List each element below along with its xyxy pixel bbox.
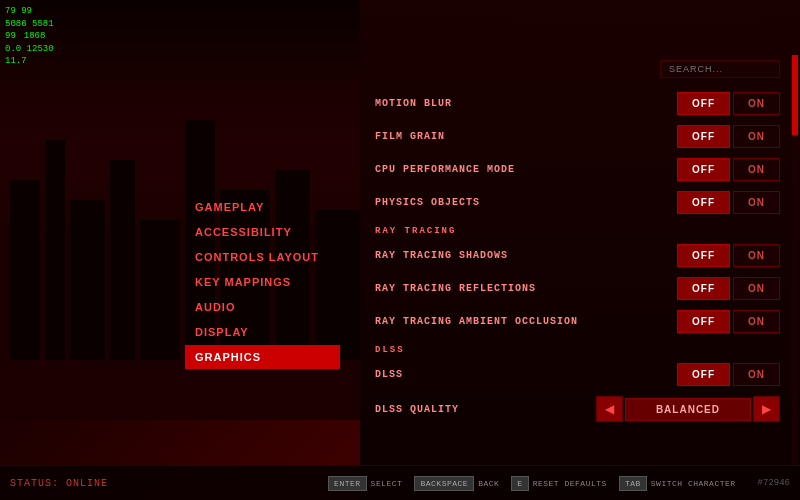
settings-top-bar	[365, 55, 790, 83]
label-select: SELECT	[371, 479, 403, 488]
hud-stats: 79 99 5086 5581 991868 0.0 12530 11.7	[5, 5, 54, 68]
toggle-motion-blur-on[interactable]: ON	[733, 92, 780, 115]
key-tab[interactable]: TAB	[619, 476, 647, 491]
toggle-ray-tracing-reflections: OFF ON	[677, 277, 780, 300]
control-tab: TAB SWITCH CHARACTER	[619, 476, 736, 491]
toggle-physics-objects: OFF ON	[677, 191, 780, 214]
setting-row-dlss: DLSS OFF ON	[365, 359, 790, 390]
key-e[interactable]: E	[511, 476, 528, 491]
dlss-section-label: DLSS	[375, 345, 790, 355]
bottom-bar: STATUS: ONLINE ENTER SELECT BACKSPACE BA…	[0, 465, 800, 500]
dlss-quality-prev[interactable]: ◀	[596, 396, 623, 422]
setting-row-physics-objects: PHYSICS OBJECTS OFF ON	[365, 187, 790, 218]
toggle-cpu-performance-on[interactable]: ON	[733, 158, 780, 181]
sub-menu: GAMEPLAY ACCESSIBILITY CONTROLS LAYOUT K…	[185, 195, 340, 370]
sub-menu-controls-layout[interactable]: CONTROLS LAYOUT	[185, 245, 340, 269]
sub-menu-gameplay[interactable]: GAMEPLAY	[185, 195, 340, 219]
dlss-quality-control: ◀ BALANCED ▶	[596, 396, 780, 422]
control-backspace: BACKSPACE BACK	[414, 476, 499, 491]
scrollbar-thumb	[792, 55, 798, 135]
graphics-settings-panel: MOTION BLUR OFF ON FILM GRAIN OFF ON CPU…	[360, 45, 800, 465]
sub-menu-graphics[interactable]: GRAPHICS	[185, 345, 340, 369]
toggle-physics-objects-on[interactable]: ON	[733, 191, 780, 214]
sub-menu-key-mappings[interactable]: KEY MAPPINGS	[185, 270, 340, 294]
toggle-ray-tracing-ao: OFF ON	[677, 310, 780, 333]
setting-row-ray-tracing-reflections: RAY TRACING REFLECTIONS OFF ON	[365, 273, 790, 304]
toggle-rt-shadows-on[interactable]: ON	[733, 244, 780, 267]
setting-row-film-grain: FILM GRAIN OFF ON	[365, 121, 790, 152]
toggle-film-grain-on[interactable]: ON	[733, 125, 780, 148]
key-enter[interactable]: ENTER	[328, 476, 367, 491]
toggle-film-grain: OFF ON	[677, 125, 780, 148]
toggle-rt-reflections-off[interactable]: OFF	[677, 277, 730, 300]
bottom-controls: ENTER SELECT BACKSPACE BACK E RESET DEFA…	[328, 476, 790, 491]
toggle-rt-ao-off[interactable]: OFF	[677, 310, 730, 333]
key-backspace[interactable]: BACKSPACE	[414, 476, 474, 491]
toggle-dlss-on[interactable]: ON	[733, 363, 780, 386]
label-reset-defaults: RESET DEFAULTS	[533, 479, 607, 488]
dlss-quality-next[interactable]: ▶	[753, 396, 780, 422]
toggle-cpu-performance-mode: OFF ON	[677, 158, 780, 181]
setting-row-ray-tracing-ambient-occlusion: RAY TRACING AMBIENT OCCLUSION OFF ON	[365, 306, 790, 337]
building-4	[110, 160, 135, 360]
scrollbar[interactable]	[792, 45, 798, 465]
toggle-dlss: OFF ON	[677, 363, 780, 386]
ray-tracing-section-label: RAY TRACING	[375, 226, 790, 236]
toggle-rt-shadows-off[interactable]: OFF	[677, 244, 730, 267]
toggle-ray-tracing-shadows: OFF ON	[677, 244, 780, 267]
building-3	[70, 200, 105, 360]
sub-menu-audio[interactable]: AUDIO	[185, 295, 340, 319]
building-1	[10, 180, 40, 360]
sub-menu-display[interactable]: DISPLAY	[185, 320, 340, 344]
settings-search-input[interactable]	[660, 60, 780, 78]
toggle-motion-blur-off[interactable]: OFF	[677, 92, 730, 115]
id-tag: #72946	[758, 478, 790, 488]
toggle-rt-ao-on[interactable]: ON	[733, 310, 780, 333]
toggle-dlss-off[interactable]: OFF	[677, 363, 730, 386]
control-enter: ENTER SELECT	[328, 476, 402, 491]
control-e: E RESET DEFAULTS	[511, 476, 607, 491]
setting-row-ray-tracing-shadows: RAY TRACING SHADOWS OFF ON	[365, 240, 790, 271]
setting-row-motion-blur: MOTION BLUR OFF ON	[365, 88, 790, 119]
toggle-physics-objects-off[interactable]: OFF	[677, 191, 730, 214]
toggle-film-grain-off[interactable]: OFF	[677, 125, 730, 148]
toggle-motion-blur: OFF ON	[677, 92, 780, 115]
setting-row-dlss-quality: DLSS QUALITY ◀ BALANCED ▶	[365, 392, 790, 426]
setting-row-cpu-performance-mode: CPU PERFORMANCE MODE OFF ON	[365, 154, 790, 185]
building-5	[140, 220, 180, 360]
label-back: BACK	[478, 479, 499, 488]
sub-menu-accessibility[interactable]: ACCESSIBILITY	[185, 220, 340, 244]
toggle-cpu-performance-off[interactable]: OFF	[677, 158, 730, 181]
dlss-quality-value[interactable]: BALANCED	[625, 398, 751, 421]
toggle-rt-reflections-on[interactable]: ON	[733, 277, 780, 300]
label-switch-character: SWITCH CHARACTER	[651, 479, 736, 488]
building-2	[45, 140, 65, 360]
status-text: STATUS: ONLINE	[10, 478, 108, 489]
